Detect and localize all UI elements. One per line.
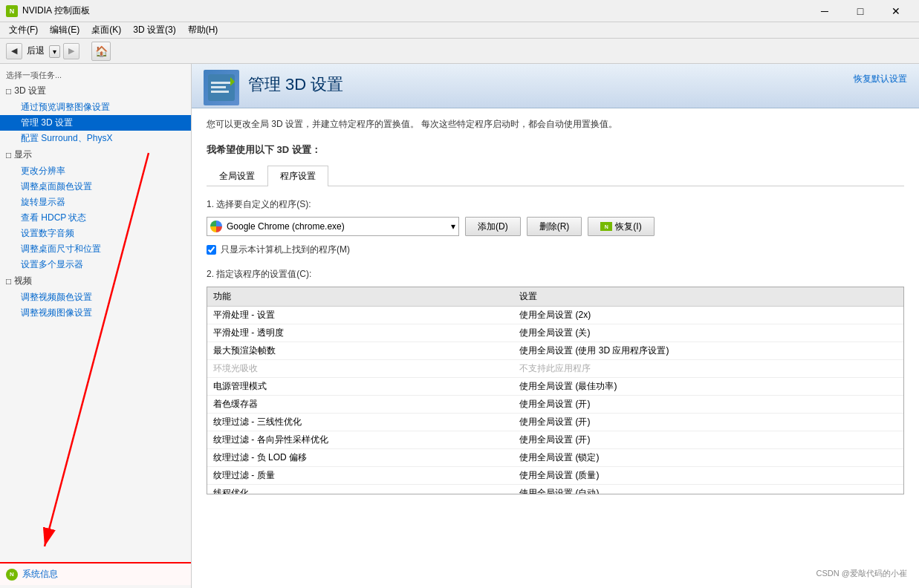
sidebar-item-multi-display[interactable]: 设置多个显示器: [0, 257, 191, 272]
content-body: 您可以更改全局 3D 设置，并建立特定程序的置换值。 每次这些特定程序启动时，都…: [192, 108, 919, 588]
program-select[interactable]: Google Chrome (chrome.exe) ▾: [207, 217, 459, 236]
table-row[interactable]: 纹理过滤 - 负 LOD 偏移使用全局设置 (锁定): [207, 449, 903, 467]
watermark: CSDN @爱敲代码的小崔: [812, 566, 912, 581]
tab-bar: 全局设置 程序设置: [207, 166, 904, 186]
table-row[interactable]: 电源管理模式使用全局设置 (最佳功率): [207, 378, 903, 396]
table-row[interactable]: 纹理过滤 - 质量使用全局设置 (质量): [207, 467, 903, 485]
close-button[interactable]: ✕: [879, 0, 913, 22]
sidebar-item-video-image[interactable]: 调整视频图像设置: [0, 305, 191, 321]
sidebar-item-surround-physx[interactable]: 配置 Surround、PhysX: [0, 131, 191, 146]
settings-table: 功能 设置 平滑处理 - 设置使用全局设置 (2x)平滑处理 - 透明度使用全局…: [207, 287, 903, 494]
table-cell-feature: 线程优化: [207, 485, 513, 495]
maximize-button[interactable]: □: [843, 0, 877, 22]
table-row[interactable]: 平滑处理 - 透明度使用全局设置 (关): [207, 324, 903, 342]
system-info-item[interactable]: N 系统信息: [6, 566, 185, 582]
back-button[interactable]: ◀: [6, 43, 22, 59]
table-cell-setting: 使用全局设置 (锁定): [513, 449, 903, 467]
dropdown-arrow[interactable]: ▾: [49, 45, 60, 58]
content-header-left: 管理 3D 设置: [204, 70, 343, 105]
table-cell-feature: 着色缓存器: [207, 396, 513, 414]
menu-bar: 文件(F) 编辑(E) 桌面(K) 3D 设置(3) 帮助(H): [0, 22, 919, 39]
restore-default-link[interactable]: 恢复默认设置: [854, 70, 907, 88]
table-cell-feature: 最大预渲染帧数: [207, 342, 513, 360]
table-cell-feature: 纹理过滤 - 三线性优化: [207, 414, 513, 431]
content-icon: [204, 70, 239, 105]
toolbar: ◀ 后退 ▾ ▶ 🏠: [0, 39, 919, 64]
table-cell-feature: 纹理过滤 - 各向异性采样优化: [207, 431, 513, 449]
table-cell-setting: 使用全局设置 (使用 3D 应用程序设置): [513, 342, 903, 360]
menu-desktop[interactable]: 桌面(K): [85, 22, 127, 38]
tab-global[interactable]: 全局设置: [207, 166, 267, 186]
restore-button[interactable]: N 恢复(I): [588, 217, 654, 236]
table-cell-feature: 电源管理模式: [207, 378, 513, 396]
svg-rect-3: [211, 82, 232, 84]
back-label[interactable]: 后退: [25, 45, 46, 57]
svg-rect-5: [211, 91, 229, 93]
table-cell-setting: 不支持此应用程序: [513, 360, 903, 378]
sidebar-section-3d: □ 3D 设置: [0, 82, 191, 99]
col-header-feature: 功能: [207, 287, 513, 307]
step2-label: 2. 指定该程序的设置值(C):: [207, 268, 904, 281]
sidebar-item-desktop-size[interactable]: 调整桌面尺寸和位置: [0, 241, 191, 257]
menu-edit[interactable]: 编辑(E): [44, 22, 85, 38]
table-cell-setting: 使用全局设置 (开): [513, 414, 903, 431]
table-cell-feature: 平滑处理 - 透明度: [207, 324, 513, 342]
svg-rect-4: [211, 86, 226, 88]
delete-button[interactable]: 删除(R): [527, 217, 582, 236]
window-title: NVIDIA 控制面板: [22, 4, 808, 17]
table-cell-setting: 使用全局设置 (开): [513, 431, 903, 449]
select-dropdown-arrow: ▾: [451, 221, 455, 232]
add-button[interactable]: 添加(D): [465, 217, 521, 236]
app-icon: N: [6, 5, 18, 17]
home-button[interactable]: 🏠: [91, 42, 111, 61]
sidebar-item-manage-3d[interactable]: 管理 3D 设置: [0, 115, 191, 131]
menu-help[interactable]: 帮助(H): [182, 22, 224, 38]
sidebar-item-digital-audio[interactable]: 设置数字音频: [0, 226, 191, 241]
main-layout: 选择一项任务... □ 3D 设置 通过预览调整图像设置 管理 3D 设置 配置…: [0, 64, 919, 588]
minimize-button[interactable]: ─: [808, 0, 842, 22]
sidebar-header: 选择一项任务...: [0, 67, 191, 82]
table-cell-feature: 纹理过滤 - 负 LOD 偏移: [207, 449, 513, 467]
table-row[interactable]: 着色缓存器使用全局设置 (开): [207, 396, 903, 414]
tab-program[interactable]: 程序设置: [267, 166, 328, 186]
sidebar-item-change-resolution[interactable]: 更改分辨率: [0, 163, 191, 179]
table-row[interactable]: 线程优化使用全局设置 (自动): [207, 485, 903, 495]
table-row[interactable]: 纹理过滤 - 三线性优化使用全局设置 (开): [207, 414, 903, 431]
table-row[interactable]: 纹理过滤 - 各向异性采样优化使用全局设置 (开): [207, 431, 903, 449]
sidebar-item-hdcp-status[interactable]: 查看 HDCP 状态: [0, 210, 191, 226]
title-bar: N NVIDIA 控制面板 ─ □ ✕: [0, 0, 919, 22]
table-row[interactable]: 平滑处理 - 设置使用全局设置 (2x): [207, 307, 903, 324]
page-description: 您可以更改全局 3D 设置，并建立特定程序的置换值。 每次这些特定程序启动时，都…: [207, 117, 904, 131]
table-cell-feature: 纹理过滤 - 质量: [207, 467, 513, 485]
table-row[interactable]: 环境光吸收不支持此应用程序: [207, 360, 903, 378]
sidebar-item-preview-adjust[interactable]: 通过预览调整图像设置: [0, 99, 191, 115]
system-info-label: 系统信息: [22, 568, 58, 581]
content-header: 管理 3D 设置 恢复默认设置: [192, 64, 919, 108]
table-cell-setting: 使用全局设置 (关): [513, 324, 903, 342]
sidebar-section-display: □ 显示: [0, 146, 191, 163]
show-local-programs-checkbox[interactable]: [207, 245, 216, 255]
window-controls: ─ □ ✕: [808, 0, 913, 22]
chrome-icon: [210, 220, 222, 232]
sidebar: 选择一项任务... □ 3D 设置 通过预览调整图像设置 管理 3D 设置 配置…: [0, 64, 192, 588]
menu-3dsettings[interactable]: 3D 设置(3): [127, 22, 181, 38]
sidebar-item-video-color[interactable]: 调整视频颜色设置: [0, 290, 191, 305]
table-cell-setting: 使用全局设置 (2x): [513, 307, 903, 324]
checkbox-label[interactable]: 只显示本计算机上找到的程序(M): [221, 244, 350, 256]
table-row[interactable]: 最大预渲染帧数使用全局设置 (使用 3D 应用程序设置): [207, 342, 903, 360]
section-title: 我希望使用以下 3D 设置：: [207, 143, 904, 157]
sidebar-item-desktop-color[interactable]: 调整桌面颜色设置: [0, 179, 191, 195]
table-cell-setting: 使用全局设置 (质量): [513, 467, 903, 485]
table-cell-feature: 环境光吸收: [207, 360, 513, 378]
settings-table-container: 功能 设置 平滑处理 - 设置使用全局设置 (2x)平滑处理 - 透明度使用全局…: [207, 287, 904, 494]
table-cell-setting: 使用全局设置 (开): [513, 396, 903, 414]
table-cell-feature: 平滑处理 - 设置: [207, 307, 513, 324]
sidebar-bottom: N 系统信息: [0, 562, 191, 585]
menu-file[interactable]: 文件(F): [3, 22, 44, 38]
program-select-value: Google Chrome (chrome.exe): [227, 221, 345, 232]
sidebar-section-video: □ 视频: [0, 272, 191, 290]
nvidia-system-icon: N: [6, 569, 18, 581]
sidebar-item-rotate-display[interactable]: 旋转显示器: [0, 195, 191, 210]
nvidia-logo-icon: N: [600, 222, 612, 231]
forward-button[interactable]: ▶: [63, 43, 79, 59]
